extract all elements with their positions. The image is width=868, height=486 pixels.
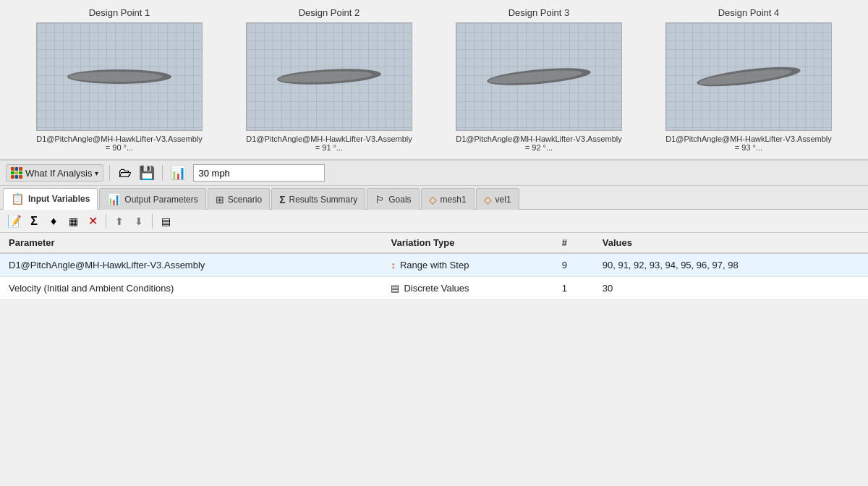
table-view-button[interactable]: ▦ — [64, 213, 82, 230]
export-icon: 📊 — [170, 165, 186, 181]
dp1-label: D1@PitchAngle@MH-HawkLifter-V3.Assembly … — [36, 135, 203, 152]
tab-results-icon: Σ — [279, 194, 285, 205]
tab-scenario-icon: ⊞ — [216, 194, 224, 205]
tab-vel1-label: vel1 — [495, 195, 511, 205]
tab-output-parameters[interactable]: 📊 Output Parameters — [99, 188, 205, 210]
tab-input-label: Input Variables — [28, 194, 90, 204]
dp3-airfoil — [474, 55, 604, 98]
dropdown-arrow: ▾ — [95, 169, 98, 177]
tab-goals-icon: 🏳 — [375, 194, 385, 205]
tab-scenario-label: Scenario — [228, 195, 262, 205]
sec-sep-1 — [106, 214, 106, 229]
design-points-section: Design Point 1 D1@PitchAngle@MH-HawkLift… — [0, 0, 868, 159]
dp1-airfoil — [54, 59, 184, 95]
tab-mesh1-icon: ◇ — [429, 194, 437, 205]
properties-button[interactable]: ▤ — [157, 213, 174, 230]
sigma-icon: Σ — [30, 215, 38, 228]
range-step-icon: ↕ — [391, 260, 396, 270]
row2-parameter: Velocity (Initial and Ambient Conditions… — [0, 277, 382, 300]
col-variation-type: Variation Type — [382, 233, 553, 253]
discrete-icon: ▤ — [391, 283, 399, 294]
export-button[interactable]: 📊 — [169, 163, 187, 182]
dp3-image — [456, 22, 622, 131]
row2-count: 1 — [553, 277, 594, 300]
row2-values: 30 — [594, 277, 868, 300]
dp2-airfoil — [264, 55, 394, 98]
move-up-button[interactable]: ⬆ — [111, 213, 128, 230]
table-row[interactable]: D1@PitchAngle@MH-HawkLifter-V3.Assembly … — [0, 253, 868, 277]
tab-output-label: Output Parameters — [124, 195, 197, 205]
row1-count: 9 — [553, 253, 594, 277]
row2-variation-label: Discrete Values — [404, 283, 469, 294]
design-point-1: Design Point 1 D1@PitchAngle@MH-HawkLift… — [33, 7, 206, 152]
dp2-title: Design Point 2 — [299, 7, 360, 18]
tab-input-icon: 📋 — [11, 192, 25, 205]
what-if-label: What If Analysis — [25, 168, 92, 179]
dp2-image — [246, 22, 412, 131]
dp2-label: D1@PitchAngle@MH-HawkLifter-V3.Assembly … — [246, 135, 412, 152]
row1-variation-label: Range with Step — [400, 260, 469, 270]
speed-input[interactable] — [193, 164, 325, 182]
tab-mesh1[interactable]: ◇ mesh1 — [421, 188, 475, 210]
dp1-title: Design Point 1 — [89, 7, 150, 18]
table-header-row: Parameter Variation Type # Values — [0, 233, 868, 253]
add-icon: 📝 — [7, 214, 22, 228]
col-parameter: Parameter — [0, 233, 382, 253]
dp4-label: D1@PitchAngle@MH-HawkLifter-V3.Assembly … — [665, 135, 832, 152]
secondary-toolbar: 📝 Σ ♦ ▦ ✕ ⬆ ⬇ ▤ — [0, 210, 868, 233]
delete-icon: ✕ — [88, 214, 98, 228]
tab-mesh1-label: mesh1 — [441, 195, 467, 205]
dp4-airfoil — [684, 55, 814, 98]
import-icon: ♦ — [51, 215, 56, 228]
move-down-icon: ⬇ — [135, 216, 143, 227]
tab-vel1-icon: ◇ — [484, 194, 492, 205]
dp3-title: Design Point 3 — [509, 7, 570, 18]
what-if-grid-icon — [11, 167, 22, 179]
tab-vel1[interactable]: ◇ vel1 — [476, 188, 519, 210]
row1-variation-type: ↕ Range with Step — [382, 253, 553, 277]
col-count: # — [553, 233, 594, 253]
folder-open-icon: 🗁 — [119, 166, 132, 181]
delete-button[interactable]: ✕ — [84, 213, 101, 230]
tab-goals[interactable]: 🏳 Goals — [367, 188, 419, 210]
dp3-label: D1@PitchAngle@MH-HawkLifter-V3.Assembly … — [456, 135, 622, 152]
tab-scenario[interactable]: ⊞ Scenario — [208, 188, 270, 210]
dp1-image — [36, 22, 203, 131]
tabs-section: 📋 Input Variables 📊 Output Parameters ⊞ … — [0, 186, 868, 210]
open-folder-button[interactable]: 🗁 — [116, 163, 135, 182]
tab-results-label: Results Summary — [289, 195, 358, 205]
table-row[interactable]: Velocity (Initial and Ambient Conditions… — [0, 277, 868, 300]
tab-output-icon: 📊 — [107, 193, 121, 206]
tab-goals-label: Goals — [388, 195, 411, 205]
main-toolbar: What If Analysis ▾ 🗁 💾 📊 — [0, 160, 868, 186]
tab-results-summary[interactable]: Σ Results Summary — [271, 188, 365, 210]
bottom-panel: What If Analysis ▾ 🗁 💾 📊 📋 — [0, 159, 868, 300]
save-icon: 💾 — [139, 165, 155, 181]
design-point-2: Design Point 2 D1@PitchAngle@MH-HawkLift… — [242, 7, 416, 152]
row1-parameter: D1@PitchAngle@MH-HawkLifter-V3.Assembly — [0, 253, 382, 277]
parameters-table: Parameter Variation Type # Values D1@Pit… — [0, 233, 868, 300]
what-if-analysis-button[interactable]: What If Analysis ▾ — [6, 164, 103, 182]
properties-icon: ▤ — [161, 216, 171, 227]
dp4-title: Design Point 4 — [718, 7, 780, 18]
add-variable-button[interactable]: 📝 — [6, 213, 23, 230]
design-point-3: Design Point 3 D1@PitchAngle@MH-HawkLift… — [452, 7, 626, 152]
tab-input-variables[interactable]: 📋 Input Variables — [3, 188, 98, 210]
col-values: Values — [594, 233, 868, 253]
move-down-button[interactable]: ⬇ — [130, 213, 148, 230]
toolbar-sep-1 — [109, 165, 110, 181]
svg-point-1 — [69, 72, 163, 82]
save-button[interactable]: 💾 — [137, 163, 156, 182]
row2-variation-type: ▤ Discrete Values — [382, 277, 553, 300]
sum-button[interactable]: Σ — [25, 213, 43, 230]
design-point-4: Design Point 4 D1@PitchAngle@MH-HawkLift… — [662, 7, 835, 152]
dp4-image — [665, 22, 832, 131]
move-up-icon: ⬆ — [115, 216, 124, 227]
sec-sep-2 — [152, 214, 153, 229]
parameters-table-section: Parameter Variation Type # Values D1@Pit… — [0, 233, 868, 300]
table-icon: ▦ — [69, 216, 78, 227]
row1-values: 90, 91, 92, 93, 94, 95, 96, 97, 98 — [594, 253, 868, 277]
import-button[interactable]: ♦ — [45, 213, 62, 230]
toolbar-sep-2 — [162, 165, 163, 181]
